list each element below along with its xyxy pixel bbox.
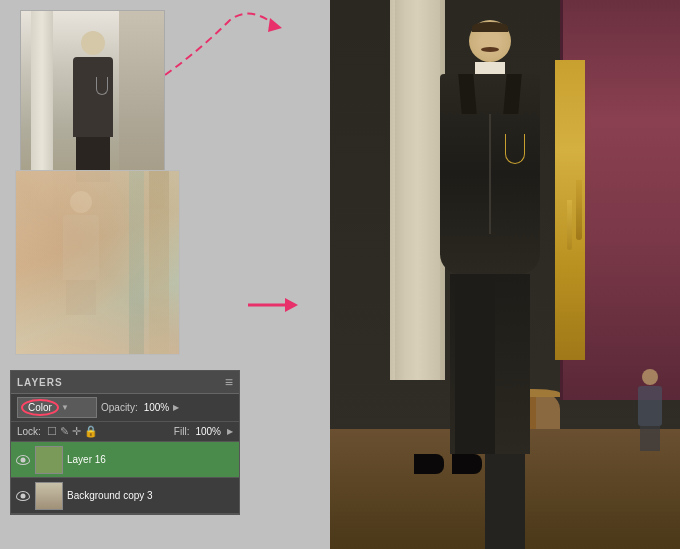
bgcopy3-thumb-photo	[36, 483, 62, 509]
person-shoes	[410, 454, 485, 474]
layer16-thumb-color	[36, 447, 62, 473]
bgcopy3-eye-icon	[16, 491, 30, 501]
fill-value: 100%	[195, 426, 221, 437]
layers-panel-title: LAYERS	[17, 377, 63, 388]
secondary-figure-legs	[640, 426, 660, 451]
lock-all-icon[interactable]: 🔒	[84, 425, 98, 438]
shoe-right	[452, 454, 482, 474]
person-silhouette-grayscale	[63, 31, 123, 181]
layers-blend-opacity-row: Color ▼ Opacity: 100% ▶	[11, 394, 239, 422]
person-coat	[440, 74, 540, 274]
layer16-eye-icon	[16, 455, 30, 465]
person-collar	[475, 62, 505, 74]
lock-transparency-icon[interactable]: ☐	[47, 425, 57, 438]
person-watch-chain	[505, 134, 525, 164]
layer16-name: Layer 16	[67, 454, 235, 465]
fill-stepper[interactable]: ▶	[227, 427, 233, 436]
svg-marker-2	[285, 298, 298, 312]
secondary-figure	[630, 369, 670, 449]
blend-mode-dropdown[interactable]: Color ▼	[17, 397, 97, 418]
shoe-left	[414, 454, 444, 474]
fill-label: Fill:	[174, 426, 190, 437]
bgcopy3-visibility-toggle[interactable]	[15, 488, 31, 504]
lock-label: Lock:	[17, 426, 41, 437]
person-legs	[450, 274, 530, 454]
color-composite-layer	[15, 170, 180, 355]
main-person-colorized	[410, 20, 570, 480]
bgcopy3-name: Background copy 3	[67, 490, 235, 501]
left-editing-panel: LAYERS ≡ Color ▼ Opacity: 100% ▶ Lock: ☐…	[0, 0, 340, 549]
layers-menu-icon[interactable]: ≡	[225, 374, 233, 390]
right-result-panel	[330, 0, 680, 549]
layer-row-bgcopy3[interactable]: Background copy 3	[11, 478, 239, 514]
layer16-visibility-toggle[interactable]	[15, 452, 31, 468]
svg-marker-1	[268, 18, 282, 32]
lock-icons-group: ☐ ✎ ✛ 🔒	[47, 425, 98, 438]
colorized-photo	[330, 0, 680, 549]
ghost-person-overlay	[56, 191, 106, 311]
opacity-value: 100%	[144, 402, 170, 413]
layer16-thumbnail	[35, 446, 63, 474]
bgcopy3-thumbnail	[35, 482, 63, 510]
person-mustache	[481, 47, 499, 52]
lock-brush-icon[interactable]: ✎	[60, 425, 69, 438]
lock-move-icon[interactable]: ✛	[72, 425, 81, 438]
blend-mode-label: Color	[28, 402, 52, 413]
blend-mode-circle: Color	[21, 399, 59, 416]
secondary-figure-body	[638, 386, 662, 426]
opacity-stepper[interactable]: ▶	[173, 403, 179, 412]
layers-lock-fill-row: Lock: ☐ ✎ ✛ 🔒 Fill: 100% ▶	[11, 422, 239, 442]
secondary-figure-head	[642, 369, 658, 385]
layer-row-layer16[interactable]: Layer 16	[11, 442, 239, 478]
opacity-label: Opacity:	[101, 402, 138, 413]
blend-mode-arrow: ▼	[61, 403, 69, 412]
layers-panel-header: LAYERS ≡	[11, 371, 239, 394]
person-head	[469, 20, 511, 62]
layers-panel: LAYERS ≡ Color ▼ Opacity: 100% ▶ Lock: ☐…	[10, 370, 240, 515]
